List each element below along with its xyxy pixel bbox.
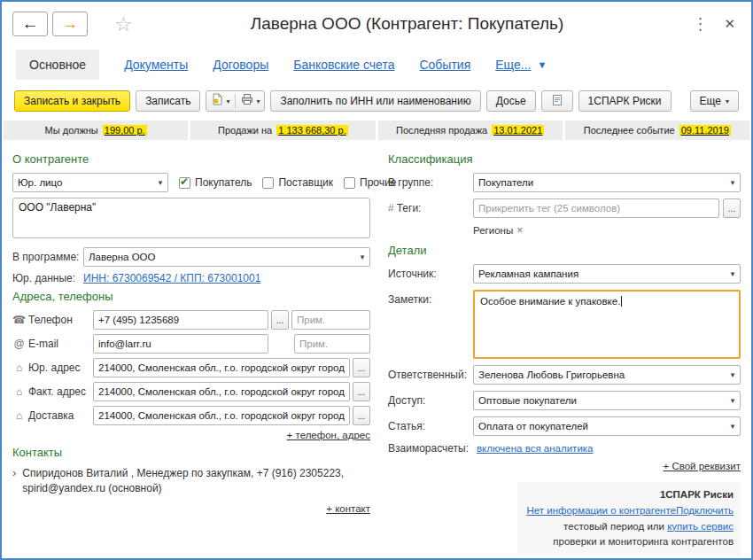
phone-input[interactable]	[93, 310, 268, 330]
fill-by-inn-button[interactable]: Заполнить по ИНН или наименованию	[270, 90, 480, 112]
responsible-select[interactable]: ▾	[473, 365, 741, 385]
create-based-on-icon[interactable]	[211, 93, 223, 109]
tab-main[interactable]: Основное	[16, 50, 99, 80]
entity-type-select[interactable]: ▾	[12, 173, 168, 192]
add-phone-address-link[interactable]: + телефон, адрес	[287, 430, 370, 440]
phone-note-input[interactable]	[291, 310, 370, 330]
legal-address-row: ⌂ Юр. адрес ...	[12, 358, 370, 377]
article-value[interactable]	[474, 421, 726, 432]
inn-kpp-link[interactable]: ИНН: 6730069542 / КПП: 673001001	[83, 272, 260, 284]
email-row: @ E-mail	[12, 334, 370, 354]
summary-value-link[interactable]: 199,00 р.	[103, 125, 147, 136]
toolbar-icon-group: ▾ ▾	[206, 90, 265, 112]
legal-address-more-button[interactable]: ...	[353, 358, 370, 377]
tab-more-label: Еще...	[495, 58, 531, 72]
checkbox-supplier[interactable]: Поставщик	[262, 176, 333, 189]
tab-events[interactable]: События	[419, 58, 470, 72]
settlements-link[interactable]: включена вся аналитика	[477, 443, 593, 454]
checkbox-box[interactable]	[344, 177, 355, 189]
spark-connect-link[interactable]: Подключить	[676, 505, 734, 516]
access-value[interactable]	[474, 395, 726, 406]
phone-icon: ☎	[12, 314, 26, 326]
responsible-value[interactable]	[474, 369, 726, 380]
save-button[interactable]: Записать	[136, 90, 200, 112]
group-value[interactable]	[474, 177, 726, 188]
section-addresses: Адреса, телефоны	[12, 290, 370, 303]
close-icon[interactable]: ✕	[718, 16, 741, 32]
full-name-textarea[interactable]: ООО "Лаверна"	[12, 198, 370, 238]
actual-address-more-button[interactable]: ...	[353, 382, 370, 401]
hash-icon: #	[388, 202, 394, 214]
checkbox-buyer[interactable]: Покупатель	[179, 176, 252, 189]
source-select[interactable]: ▾	[473, 264, 741, 284]
source-value[interactable]	[474, 268, 726, 279]
chevron-down-icon[interactable]: ▾	[153, 178, 167, 187]
settlements-row: Взаиморасчеты: включена вся аналитика	[388, 442, 741, 455]
contact-list-item[interactable]: › Спиридонов Виталий , Менеджер по закуп…	[12, 466, 370, 496]
tab-documents[interactable]: Документы	[124, 58, 188, 72]
phone-more-button[interactable]: ...	[271, 310, 289, 330]
tab-contracts[interactable]: Договоры	[213, 58, 268, 72]
forward-button[interactable]: →	[52, 12, 88, 36]
summary-sales: Продажи на 1 133 668,30 р.	[190, 121, 375, 140]
chevron-down-icon[interactable]: ▾	[726, 178, 740, 187]
delivery-address-more-button[interactable]: ...	[353, 406, 370, 425]
contact-text[interactable]: Спиридонов Виталий , Менеджер по закупка…	[22, 466, 352, 496]
source-label: Источник:	[388, 268, 470, 280]
file-icon	[551, 94, 563, 109]
actual-address-input[interactable]	[93, 382, 350, 401]
checkbox-box[interactable]	[179, 177, 190, 189]
chevron-down-icon[interactable]: ▾	[726, 396, 740, 405]
delivery-address-label: Доставка	[28, 409, 90, 422]
tags-input[interactable]	[473, 198, 719, 218]
building-icon: ⌂	[12, 362, 26, 374]
legal-address-input[interactable]	[93, 358, 350, 377]
summary-value-link[interactable]: 13.01.2021	[492, 125, 544, 136]
chevron-down-icon[interactable]: ▾	[226, 97, 229, 105]
chevron-down-icon[interactable]: ▾	[256, 97, 260, 105]
notes-textarea[interactable]: Особое внимание к упаковке.	[473, 290, 741, 359]
page-title: Лаверна ООО (Контрагент: Покупатель)	[133, 14, 682, 34]
chevron-down-icon[interactable]: ▾	[726, 422, 740, 431]
back-button[interactable]: ←	[12, 12, 48, 36]
add-contact-link[interactable]: + контакт	[326, 503, 370, 514]
article-label: Статья:	[388, 420, 470, 432]
remove-tag-icon[interactable]: ×	[516, 224, 523, 237]
program-name-value[interactable]	[84, 252, 355, 262]
access-select[interactable]: ▾	[473, 391, 741, 410]
chevron-down-icon[interactable]: ▾	[355, 253, 369, 261]
more-button[interactable]: Еще ▾	[690, 90, 739, 112]
checkbox-box[interactable]	[262, 177, 274, 189]
save-and-close-button[interactable]: Записать и закрыть	[14, 90, 130, 112]
program-name-select[interactable]: ▾	[83, 247, 370, 267]
access-row: Доступ: ▾	[388, 391, 741, 410]
delivery-address-input[interactable]	[93, 406, 350, 425]
group-select[interactable]: ▾	[473, 173, 741, 192]
article-select[interactable]: ▾	[473, 416, 741, 436]
text-caret	[621, 296, 622, 307]
entity-type-value[interactable]	[13, 177, 153, 188]
tab-more[interactable]: Еще... ▼	[495, 58, 547, 72]
summary-value-link[interactable]: 1 133 668,30 р.	[276, 125, 347, 136]
tab-bank-accounts[interactable]: Банковские счета	[293, 58, 394, 72]
chevron-down-icon[interactable]: ▾	[726, 269, 740, 278]
section-details: Детали	[388, 244, 741, 257]
favorite-star-icon[interactable]: ☆	[114, 14, 133, 35]
dossier-button[interactable]: Досье	[486, 90, 536, 112]
email-note-input[interactable]	[294, 334, 370, 354]
kebab-menu-icon[interactable]: ⋮	[681, 14, 718, 34]
email-input[interactable]	[93, 334, 268, 354]
spark-buy-service-link[interactable]: купить сервис	[667, 521, 734, 532]
spark-risks-button[interactable]: 1СПАРК Риски	[578, 90, 671, 112]
tags-more-button[interactable]: ...	[723, 198, 741, 218]
summary-value-link[interactable]: 09.11.2019	[679, 125, 731, 136]
group-label: В группе:	[388, 176, 470, 189]
print-icon[interactable]	[241, 93, 253, 109]
spark-no-info-link[interactable]: Нет информации о контрагенте	[526, 505, 676, 516]
spark-title: 1СПАРК Риски	[660, 489, 734, 500]
summary-label: Последняя продажа	[396, 125, 487, 136]
program-name-row: В программе: ▾	[12, 247, 370, 267]
chevron-down-icon[interactable]: ▾	[726, 370, 740, 379]
custom-attribute-link[interactable]: + Свой реквизит	[663, 461, 741, 471]
attachment-button[interactable]	[541, 90, 573, 112]
